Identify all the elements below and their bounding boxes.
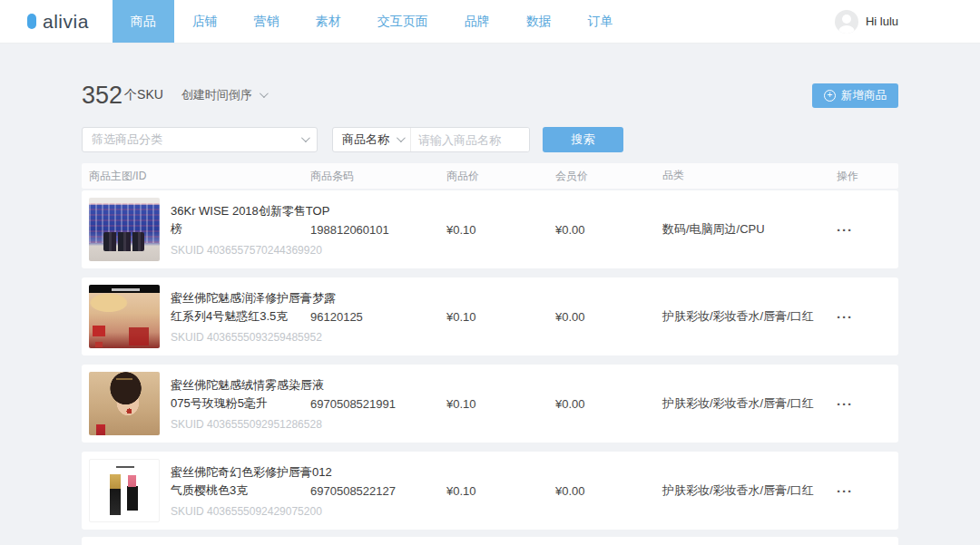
category-filter-select[interactable]: 筛选商品分类 [82,127,318,152]
product-sku-id: SKUID 4036557570244369920 [171,244,339,257]
product-name-input[interactable] [411,128,529,151]
search-field-label: 商品名称 [342,131,389,148]
member-price: ¥0.00 [555,223,662,237]
chevron-down-icon [260,89,269,98]
user-avatar [835,10,858,34]
plus-circle-icon: + [824,90,836,102]
row-actions-button[interactable]: ··· [837,396,853,412]
table-row: 蜜丝佛陀魅感绒情雾感染唇液075号玫瑰粉5毫升 SKUID 4036555092… [82,365,898,443]
add-product-button[interactable]: + 新增商品 [812,83,898,108]
sku-count-suffix: 个SKU [124,87,163,103]
sku-count: 352 [82,82,122,110]
logo-mark-icon [27,14,36,29]
top-nav: alivia 商品 店铺 营销 素材 交互页面 品牌 数据 订单 Hi lulu [0,0,980,44]
add-product-label: 新增商品 [841,88,887,103]
column-header-price: 商品价 [446,169,555,184]
toolbar: 352 个SKU 创建时间倒序 + 新增商品 [82,80,898,111]
product-category: 护肤彩妆/彩妆香水/唇膏/口红 [662,394,837,414]
member-price: ¥0.00 [555,397,662,411]
table-header: 商品主图/ID 商品条码 商品价 会员价 品类 操作 [82,163,898,189]
row-actions-button[interactable]: ··· [837,483,853,499]
nav-tab-data[interactable]: 数据 [508,0,570,43]
table-row: 蜜丝佛陀魅感润泽修护唇膏梦露红系列4号魅惑红3.5克 SKUID 4036555… [82,277,898,355]
search-button[interactable]: 搜索 [543,127,623,152]
product-category: 护肤彩妆/彩妆香水/唇膏/口红 [662,307,837,326]
product-cell: 蜜丝佛陀魅感绒情雾感染唇液075号玫瑰粉5毫升 SKUID 4036555092… [82,372,310,435]
sort-label: 创建时间倒序 [181,87,252,103]
column-header-barcode: 商品条码 [310,169,446,184]
product-barcode: 6970508521991 [310,397,446,411]
filter-bar: 筛选商品分类 商品名称 搜索 [82,127,898,152]
product-barcode: 198812060101 [310,223,446,237]
user-menu[interactable]: Hi lulu [835,0,898,43]
product-price: ¥0.10 [446,223,555,237]
product-price: ¥0.10 [446,310,555,324]
product-cell: 蜜丝佛陀魅感润泽修护唇膏梦露红系列4号魅惑红3.5克 SKUID 4036555… [82,285,310,348]
name-search-combo: 商品名称 [332,127,530,152]
product-sku-id: SKUID 4036555093259485952 [171,331,339,344]
product-image[interactable] [89,285,160,348]
product-image[interactable] [89,459,160,522]
column-header-category: 品类 [662,167,837,184]
product-category: 护肤彩妆/彩妆香水/唇膏/口红 [662,482,837,501]
logo-text: alivia [43,11,89,33]
nav-tab-orders[interactable]: 订单 [570,0,632,43]
chevron-down-icon [301,133,310,142]
category-filter-placeholder: 筛选商品分类 [92,131,162,148]
table-row-partial [82,537,898,545]
column-header-actions: 操作 [837,169,898,184]
chevron-down-icon [397,133,406,142]
product-image[interactable] [89,372,160,435]
product-category: 数码/电脑周边/CPU [662,220,837,239]
nav-tab-shop[interactable]: 店铺 [174,0,236,43]
product-price: ¥0.10 [446,484,555,498]
search-field-select[interactable]: 商品名称 [333,128,411,151]
actions-cell: ··· [837,483,898,499]
nav-tab-assets[interactable]: 素材 [298,0,359,43]
user-greeting: Hi lulu [866,15,898,28]
actions-cell: ··· [837,396,898,412]
product-sku-id: SKUID 4036555092951286528 [171,418,339,431]
product-image[interactable] [89,198,160,261]
main-content: 352 个SKU 创建时间倒序 + 新增商品 筛选商品分类 商品名称 搜索 商品… [82,44,898,545]
row-actions-button[interactable]: ··· [837,222,853,238]
nav-tab-marketing[interactable]: 营销 [236,0,298,43]
sort-dropdown[interactable]: 创建时间倒序 [181,87,266,103]
nav-tab-products[interactable]: 商品 [113,0,174,43]
product-price: ¥0.10 [446,397,555,411]
product-cell: 蜜丝佛陀奇幻色彩修护唇膏012气质樱桃色3克 SKUID 40365550924… [82,459,310,522]
product-list: 36Kr WISE 2018创新零售TOP榜 SKUID 40365575702… [82,190,898,530]
table-row: 36Kr WISE 2018创新零售TOP榜 SKUID 40365575702… [82,190,898,268]
member-price: ¥0.00 [555,310,662,324]
nav-tab-interactive-pages[interactable]: 交互页面 [359,0,446,43]
table-row: 蜜丝佛陀奇幻色彩修护唇膏012气质樱桃色3克 SKUID 40365550924… [82,452,898,530]
member-price: ¥0.00 [555,484,662,498]
nav-tab-brand[interactable]: 品牌 [446,0,508,43]
actions-cell: ··· [837,222,898,238]
actions-cell: ··· [837,309,898,325]
product-cell: 36Kr WISE 2018创新零售TOP榜 SKUID 40365575702… [82,198,310,261]
product-sku-id: SKUID 4036555092429075200 [171,505,339,518]
column-header-member-price: 会员价 [555,169,662,184]
product-barcode: 96120125 [310,310,446,324]
app-logo[interactable]: alivia [27,0,89,43]
product-barcode: 6970508522127 [310,484,446,498]
column-header-product: 商品主图/ID [82,169,310,184]
nav-tabs: 商品 店铺 营销 素材 交互页面 品牌 数据 订单 [113,0,632,43]
row-actions-button[interactable]: ··· [837,309,853,325]
